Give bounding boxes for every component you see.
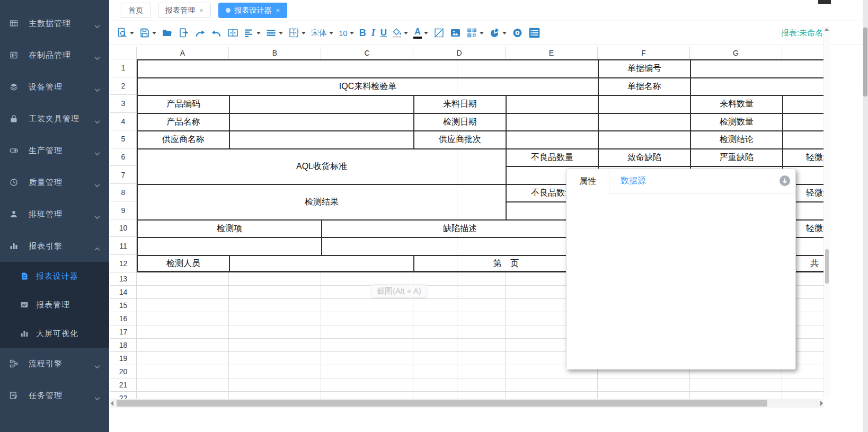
cell-B13[interactable]	[229, 272, 321, 286]
form-cell-A4[interactable]: 产品名称	[137, 113, 229, 131]
column-header-D[interactable]: D	[413, 47, 506, 59]
form-cell-A12[interactable]: 检测人员	[137, 255, 229, 273]
chart-button[interactable]	[486, 27, 509, 39]
row-header-12[interactable]: 12	[110, 255, 137, 273]
close-icon[interactable]: ×	[276, 7, 280, 14]
scroll-up-icon[interactable]	[825, 28, 829, 31]
cell-H22[interactable]	[782, 392, 823, 399]
form-cell-F1[interactable]: 单据编号	[598, 59, 690, 77]
chevron-down-icon[interactable]	[94, 393, 101, 398]
sidebar-item-scheduling[interactable]: 排班管理	[0, 198, 109, 230]
font-size-select[interactable]: 10	[336, 28, 357, 39]
cell-A15[interactable]	[137, 299, 229, 312]
cell-D17[interactable]	[413, 325, 506, 339]
cell-A19[interactable]	[137, 352, 229, 365]
tab-report-management[interactable]: 报表管理 ×	[158, 3, 211, 18]
row-header-18[interactable]: 18	[110, 339, 137, 352]
cell-D15[interactable]	[413, 299, 506, 312]
font-color-button[interactable]: A	[411, 27, 431, 40]
tab-report-designer[interactable]: 报表设计器 ×	[218, 3, 288, 18]
panel-toggle-button[interactable]	[526, 26, 543, 40]
diagonal-cell-button[interactable]	[431, 27, 447, 39]
font-family-select[interactable]: 宋体	[308, 27, 336, 39]
form-cell-E6[interactable]: 不良品数量	[506, 148, 598, 166]
undo-button[interactable]	[208, 27, 225, 39]
cell-A13[interactable]	[137, 272, 229, 286]
browser-scrollbar-thumb[interactable]	[863, 28, 867, 96]
form-cell-A11[interactable]	[137, 237, 321, 255]
form-cell-G2[interactable]	[690, 77, 823, 95]
form-cell-G3[interactable]: 来料数量	[690, 95, 782, 113]
sidebar-item-process-engine[interactable]: 流程引擎	[0, 348, 109, 380]
column-header-G[interactable]: G	[690, 47, 782, 59]
preview-button[interactable]	[114, 27, 137, 39]
insert-image-button[interactable]	[447, 27, 464, 39]
cell-D18[interactable]	[413, 339, 506, 352]
row-header-11[interactable]: 11	[110, 237, 137, 255]
scroll-right-icon[interactable]	[820, 401, 823, 406]
form-cell-F6[interactable]: 致命缺陷	[598, 148, 690, 166]
form-cell-B3[interactable]	[229, 95, 413, 113]
form-cell-A5[interactable]: 供应商名称	[137, 130, 229, 148]
chevron-down-icon[interactable]	[94, 148, 101, 153]
row-header-20[interactable]: 20	[110, 365, 137, 378]
vertical-scrollbar-thumb[interactable]	[825, 249, 829, 284]
row-header-17[interactable]: 17	[110, 325, 137, 339]
form-cell-G4[interactable]: 检测数量	[690, 113, 782, 131]
form-cell-F2[interactable]: 单据名称	[598, 77, 690, 95]
form-cell-A3[interactable]: 产品编码	[137, 95, 229, 113]
form-cell-A8[interactable]: 检测结果	[137, 184, 506, 219]
open-button[interactable]	[159, 27, 175, 39]
cell-B22[interactable]	[229, 392, 321, 399]
row-header-9[interactable]: 9	[110, 201, 137, 219]
underline-button[interactable]: U	[378, 27, 389, 39]
line-style-button[interactable]	[263, 27, 286, 39]
row-header-16[interactable]: 16	[110, 312, 137, 325]
settings-button[interactable]	[509, 27, 526, 39]
cell-G22[interactable]	[690, 392, 782, 399]
row-header-4[interactable]: 4	[110, 113, 137, 131]
close-icon[interactable]: ×	[199, 7, 203, 14]
chevron-down-icon[interactable]	[94, 53, 101, 57]
column-header-H[interactable]: H	[782, 47, 823, 59]
vertical-scrollbar[interactable]	[823, 27, 830, 399]
row-header-8[interactable]: 8	[110, 184, 137, 202]
cell-B16[interactable]	[229, 312, 321, 325]
cell-C19[interactable]	[321, 352, 413, 365]
cell-C18[interactable]	[321, 339, 413, 352]
sidebar-subitem-dashboard-visualization[interactable]: 大屏可视化	[0, 319, 109, 348]
form-cell-A1[interactable]	[137, 59, 598, 77]
sidebar-item-quality[interactable]: 质量管理	[0, 166, 109, 198]
cell-D16[interactable]	[413, 312, 506, 325]
fill-color-button[interactable]	[389, 27, 411, 39]
cell-D20[interactable]	[413, 365, 506, 378]
column-header-A[interactable]: A	[137, 47, 229, 59]
redo-button[interactable]	[192, 27, 208, 39]
sidebar-subitem-report-management[interactable]: 报表管理	[0, 290, 109, 319]
form-cell-H4[interactable]	[782, 113, 823, 131]
cell-B15[interactable]	[229, 299, 321, 312]
cell-D22[interactable]	[413, 392, 506, 399]
column-header-E[interactable]: E	[506, 47, 598, 59]
bold-button[interactable]: B	[357, 27, 369, 40]
chevron-down-icon[interactable]	[94, 212, 101, 216]
panel-tab-properties[interactable]: 属性	[566, 169, 609, 193]
tab-home[interactable]: 首页	[121, 3, 150, 18]
cell-F21[interactable]	[598, 378, 690, 392]
cell-D21[interactable]	[413, 378, 506, 392]
horizontal-scrollbar[interactable]	[110, 399, 823, 408]
column-header-C[interactable]: C	[321, 47, 413, 59]
row-header-5[interactable]: 5	[110, 130, 137, 148]
merge-cells-button[interactable]	[225, 27, 241, 39]
row-header-10[interactable]: 10	[110, 219, 137, 237]
cell-A22[interactable]	[137, 392, 229, 399]
row-header-2[interactable]: 2	[110, 77, 137, 95]
cell-A17[interactable]	[137, 325, 229, 339]
browser-scrollbar[interactable]	[863, 0, 868, 432]
cell-C16[interactable]	[321, 312, 413, 325]
cell-B14[interactable]	[229, 286, 321, 299]
form-cell-H3[interactable]	[782, 95, 823, 113]
form-cell-B5[interactable]	[229, 130, 413, 148]
sidebar-item-tooling[interactable]: 工装夹具管理	[0, 103, 109, 135]
cell-H21[interactable]	[782, 378, 823, 392]
